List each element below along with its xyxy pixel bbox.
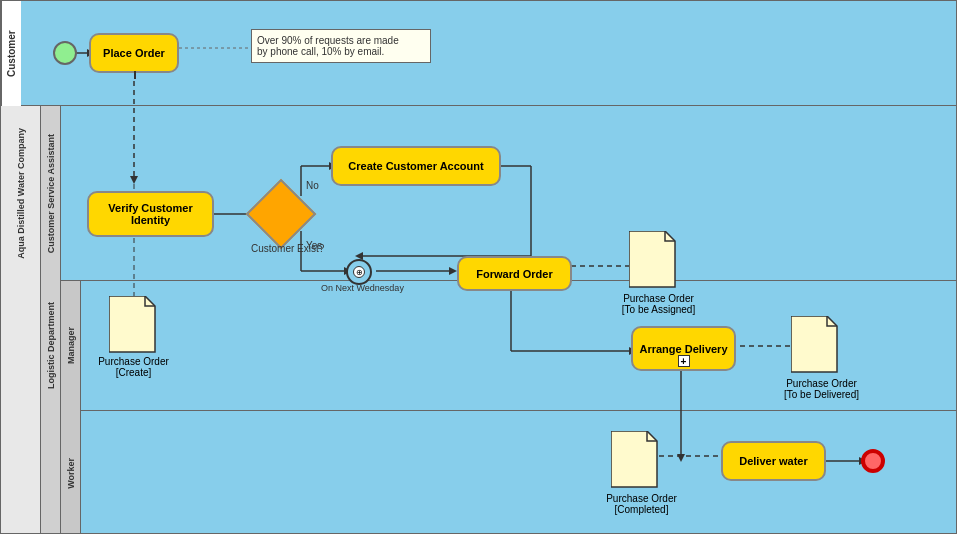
po-completed-doc [611, 431, 661, 489]
arrange-delivery-label: Arrange Delivery [639, 343, 727, 355]
svg-marker-32 [791, 316, 837, 372]
po-completed-label: Purchase Order[Completed] [599, 493, 684, 515]
forward-order-label: Forward Order [476, 268, 552, 280]
intermediate-event: ⊕ [346, 259, 372, 285]
place-order-shape[interactable]: Place Order [89, 33, 179, 73]
lane-customer-label: Customer [1, 1, 21, 106]
note-box: Over 90% of requests are madeby phone ca… [251, 29, 431, 63]
create-account-shape[interactable]: Create Customer Account [331, 146, 501, 186]
expand-icon[interactable]: + [678, 355, 690, 367]
deliver-water-shape[interactable]: Deliver water [721, 441, 826, 481]
note-text: Over 90% of requests are madeby phone ca… [257, 35, 399, 57]
po-delivered-doc [791, 316, 841, 374]
customer-exist-label: Customer Exist? [251, 243, 324, 254]
po-assigned-label: Purchase Order[To be Assigned] [616, 293, 701, 315]
forward-order-shape[interactable]: Forward Order [457, 256, 572, 291]
svg-marker-30 [109, 296, 155, 352]
verify-identity-label: Verify Customer Identity [89, 202, 212, 226]
verify-identity-shape[interactable]: Verify Customer Identity [87, 191, 214, 237]
manager-label: Manager [66, 327, 76, 364]
create-account-label: Create Customer Account [348, 160, 483, 172]
svg-marker-33 [611, 431, 657, 487]
start-event [53, 41, 77, 65]
place-order-label: Place Order [103, 47, 165, 59]
worker-label: Worker [66, 458, 76, 489]
diagram-container: Customer Aqua Distilled Water Company Cu… [0, 0, 957, 534]
po-create-doc [109, 296, 159, 354]
gateway-shape [256, 189, 306, 239]
deliver-water-label: Deliver water [739, 455, 807, 467]
po-delivered-label: Purchase Order[To be Delivered] [779, 378, 864, 400]
arrange-delivery-shape[interactable]: Arrange Delivery + [631, 326, 736, 371]
po-create-label: Purchase Order[Create] [91, 356, 176, 378]
end-event [861, 449, 885, 473]
logistic-label: Logistic Department [46, 302, 56, 389]
po-assigned-doc [629, 231, 679, 289]
company-label: Aqua Distilled Water Company [14, 126, 28, 261]
csa-label: Customer Service Assistant [46, 134, 56, 253]
svg-marker-31 [629, 231, 675, 287]
